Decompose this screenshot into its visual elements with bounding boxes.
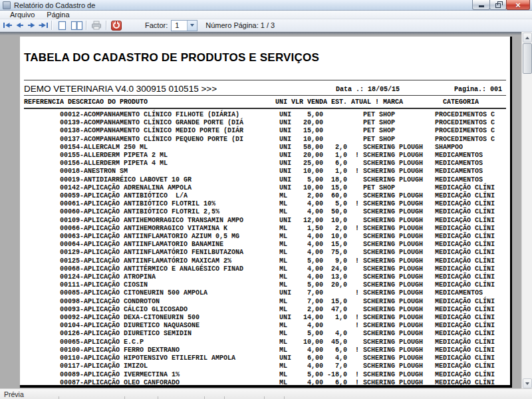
table-row: 00098-APLICAÇÃO CONDROTON ML 7,00 15,0 S…	[24, 298, 510, 306]
table-row: 00156-ALLERDERM PIPETA 4 ML UNI 25,00 6,…	[24, 160, 510, 168]
table-row: 00129-APLICAÇÃO ANTIINFLAMATÓRIO FENILBU…	[24, 249, 510, 257]
table-header: REFERENCIA DESCRICAO DO PRODUTO UNI VLR …	[20, 98, 510, 106]
statusbar-divider	[264, 396, 265, 399]
toolbar-separator	[51, 21, 53, 30]
report-subheader: DEMO VETERINARIA V4.0 300915 010515 >>> …	[20, 83, 510, 94]
table-row: 00110-APLICAÇÃO HIPOTENSIVO ETILEFRIL AM…	[24, 354, 510, 362]
scroll-down-icon[interactable]	[523, 378, 532, 388]
table-row: 00064-APLICAÇÃO ANTIINFLAMATORIO BANAMIN…	[24, 241, 510, 249]
close-icon	[515, 0, 521, 11]
preview-area: TABELA DO CADASTRO DE PRODUTOS E SERVIÇO…	[0, 32, 532, 389]
title-bar: Relatório do Cadastro de	[0, 0, 532, 11]
minimize-button[interactable]	[472, 0, 490, 10]
app-icon	[3, 1, 11, 9]
statusbar-divider	[158, 396, 158, 399]
report-page-number: Pagina.: 001	[454, 86, 502, 93]
factor-value: 1	[172, 21, 187, 31]
statusbar-divider	[284, 396, 285, 399]
last-page-button[interactable]	[37, 20, 49, 31]
status-bar: Prévia	[0, 388, 532, 399]
table-row: 00065-APLICAÇÃO E.C.P ML 10,00 45,0 SCHE…	[24, 338, 510, 346]
table-row: 00109-APLICAÇÃO ANTIHEMORRAGICO TRANSAMI…	[24, 217, 510, 225]
menu-item-arquivo[interactable]: Arquivo	[4, 11, 41, 19]
toolbar: Factor: 1 Número Página: 1 / 3	[0, 19, 532, 32]
table-row: 00060-APLICAÇÃO ANTIBIÓTICO FLOTRIL 2,5%…	[24, 208, 510, 216]
print-button[interactable]	[89, 20, 104, 31]
table-row: 00154-ALLERCALM 250 ML UNI 58,00 2,0 SCH…	[24, 144, 510, 152]
table-row: 00087-APLICAÇÃO OLEO CANFORADO ML 4,00 6…	[24, 379, 510, 387]
table-row: 00063-APLICAÇÃO ANTIINFLAMATORIO AZIUM 0…	[24, 233, 510, 241]
close-report-icon	[111, 21, 122, 31]
scroll-up-icon[interactable]	[523, 33, 532, 43]
statusbar-divider	[224, 396, 225, 399]
table-row: 00100-APLICAÇÃO FERRO DEXTRANO ML 4,00 6…	[24, 346, 510, 354]
table-row: 00117-APLICAÇÃO IMIZOL ML 4,00 7,0 SCHER…	[24, 362, 510, 370]
menu-item-pagina[interactable]: Página	[41, 11, 75, 19]
table-row: 00155-ALLERDERM PIPETA 2 ML UNI 20,00 1,…	[24, 152, 510, 160]
previous-page-icon	[15, 21, 25, 29]
first-page-button[interactable]	[1, 20, 13, 31]
minimize-icon	[479, 5, 484, 7]
table-row: 00138-ACOMPANHAMENTO CLÍNICO MEDIO PORTE…	[24, 127, 510, 135]
menu-bar: ArquivoPágina	[0, 11, 532, 19]
close-button[interactable]	[506, 0, 530, 10]
factor-label: Factor:	[145, 21, 168, 29]
table-row: 00124-APLICAÇÃO ATROPINA ML 4,00 13,0 SC…	[24, 273, 510, 281]
window-title: Relatório do Cadastro de	[14, 1, 95, 9]
two-page-view-button[interactable]	[69, 20, 84, 31]
table-row: 00137-ACOMPANHAMENTO CLÍNICO PEQUENO POR…	[24, 136, 510, 144]
chevron-down-icon[interactable]	[187, 21, 197, 31]
table-row: 00092-APLICAÇÃO DEXA-CITONEURIN 500 UNI …	[24, 314, 510, 322]
report-title: TABELA DO CADASTRO DE PRODUTOS E SERVIÇO…	[24, 51, 510, 64]
report-page: TABELA DO CADASTRO DE PRODUTOS E SERVIÇO…	[20, 37, 512, 388]
first-page-icon	[3, 21, 13, 29]
toolbar-separator	[86, 21, 87, 30]
statusbar-divider	[204, 396, 205, 399]
company-name: DEMO VETERINARIA V4.0 300915 010515 >>>	[24, 84, 217, 94]
table-row: 00139-ACOMPANHAMENTO CLÍNICO GRANDE PORT…	[24, 119, 510, 127]
close-report-button[interactable]	[109, 20, 124, 31]
table-row: 00018-ANESTRON SM UNI 10,00 1,0 ! SCHERI…	[24, 168, 510, 176]
table-row: 00111-APLICAÇÃO CIOSIN ML 5,00 20,0 SCHE…	[24, 281, 510, 289]
table-row: 00093-APLICAÇÃO CÁLCIO GLICOSADO ML 2,00…	[24, 306, 510, 314]
single-page-view-icon	[58, 21, 66, 31]
table-row: 00104-APLICAÇÃO DIURETICO NAQUASONE ML 4…	[24, 322, 510, 330]
vertical-scrollbar[interactable]	[521, 32, 532, 389]
table-row: 00066-APLICAÇÃO ANTIHEMORRAGICO VITAMINA…	[24, 225, 510, 233]
statusbar-divider	[59, 396, 59, 399]
next-page-button[interactable]	[25, 20, 37, 31]
divider	[24, 108, 506, 109]
divider	[24, 95, 506, 96]
table-row: 00068-APLICAÇÃO ANTITÉRMICO E ANALGÉSICO…	[24, 265, 510, 273]
table-row: 00085-APLICAÇÃO CITONEURIN 500 AMPOLA UN…	[24, 289, 510, 297]
last-page-icon	[39, 21, 49, 29]
table-row: 00012-ACOMPANHAMENTO CLÍNICO FILHOTE (DI…	[24, 111, 510, 119]
table-body: 00012-ACOMPANHAMENTO CLÍNICO FILHOTE (DI…	[20, 111, 510, 387]
previous-page-button[interactable]	[13, 20, 25, 31]
table-row: 00089-APLICAÇÃO IVERMECTINA 1% ML 5,00 -…	[24, 371, 510, 379]
table-row: 00126-APLICAÇÃO DIURETICO SEMIDIN ML 5,0…	[24, 330, 510, 338]
divider	[24, 80, 506, 80]
table-row: 00142-APLICAÇÃO ADRENALINA AMPOLA UNI 10…	[24, 184, 510, 192]
print-icon	[91, 21, 102, 30]
toolbar-separator	[106, 21, 107, 30]
table-row: 00059-APLICAÇÃO ANTIBIÓTICO L/A ML 2,00 …	[24, 192, 510, 200]
scrollbar-thumb[interactable]	[523, 43, 532, 74]
table-row: 00125-APLICAÇÃO ANTIINFLAMATÓRIO MAXICAM…	[24, 257, 510, 265]
status-text: Prévia	[4, 390, 24, 398]
two-page-view-icon	[70, 21, 83, 31]
factor-select[interactable]: 1	[171, 20, 198, 31]
page-number-info: Número Página: 1 / 3	[205, 21, 275, 29]
next-page-icon	[27, 21, 37, 29]
restore-icon	[495, 3, 501, 8]
restore-button[interactable]	[489, 0, 507, 10]
window-controls	[473, 0, 530, 10]
table-row: 00061-APLICAÇÃO ANTIBIÓTICO FLOTRIL 10% …	[24, 200, 510, 208]
single-page-view-button[interactable]	[55, 20, 69, 31]
report-date: Data .: 18/05/15	[336, 86, 400, 93]
statusbar-divider	[124, 396, 125, 399]
table-row: 00019-ANTIDIARRÉICO LABOVET 10 GR UNI 5,…	[24, 176, 510, 184]
